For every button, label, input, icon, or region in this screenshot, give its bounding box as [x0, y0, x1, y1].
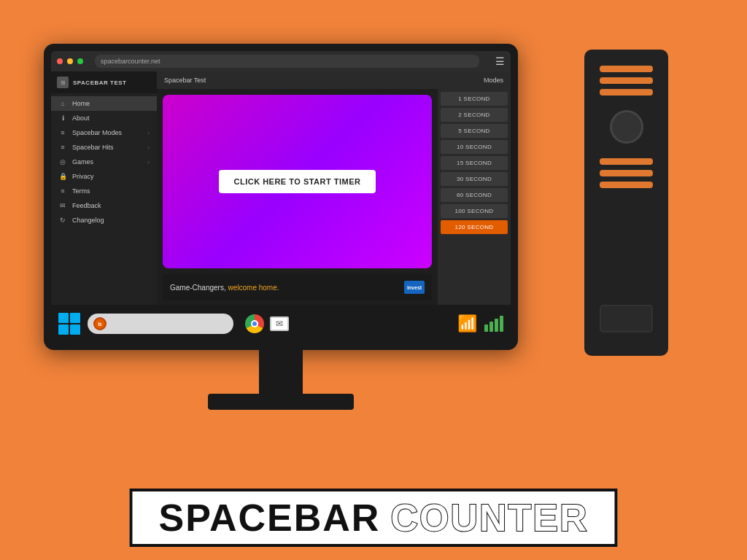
win-pane-3: [58, 324, 69, 335]
mode-btn-5-second[interactable]: 5 SECOND: [441, 124, 508, 138]
nav-icon: 🔒: [58, 173, 67, 180]
hamburger-icon[interactable]: ☰: [495, 55, 505, 67]
main-area: Spacebar Test Modes CLICK HERE TO START …: [157, 71, 511, 305]
ad-text: Game-Changers, welcome home.: [170, 284, 279, 292]
chrome-inner: [251, 320, 258, 327]
tower-disc-drive: [610, 110, 643, 144]
taskbar-right: 📶: [457, 314, 503, 333]
sidebar-item-spacebar-hits[interactable]: ≡ Spacebar Hits ›: [51, 140, 157, 155]
mode-btn-1-second[interactable]: 1 SECOND: [441, 92, 508, 106]
desktop-tower: [584, 50, 668, 356]
tower-vent-5: [600, 170, 653, 176]
nav-label: Spacebar Hits: [72, 144, 114, 151]
sidebar-item-terms[interactable]: ≡ Terms: [51, 184, 157, 198]
nav-icon: ≡: [58, 144, 67, 151]
battery-icon: [484, 316, 503, 332]
tower-vent-6: [600, 182, 653, 188]
main-body: CLICK HERE TO START TIMER Game-Changers,…: [157, 89, 511, 305]
nav-label: Changelog: [72, 217, 104, 224]
mail-icon[interactable]: ✉: [270, 316, 289, 331]
sidebar-item-spacebar-modes[interactable]: ≡ Spacebar Modes ›: [51, 125, 157, 140]
browser-topbar: spacebarcounter.net ☰: [51, 51, 511, 71]
tower-vents-top: [600, 66, 653, 96]
nav-arrow-icon: ›: [147, 130, 150, 136]
wifi-icon: 📶: [457, 314, 477, 333]
ad-highlight-text: welcome home.: [228, 284, 279, 292]
main-header: Spacebar Test Modes: [157, 71, 511, 89]
win-pane-1: [58, 313, 69, 323]
tower-vent-4: [600, 158, 653, 165]
nav-icon: ℹ: [58, 114, 67, 122]
tower-vent-3: [600, 89, 653, 96]
nav-label: Home: [72, 100, 90, 107]
nav-arrow-icon: ›: [147, 144, 150, 151]
ad-logo-text: invest: [407, 285, 422, 290]
url-text: spacebarcounter.net: [101, 58, 160, 65]
sidebar-item-feedback[interactable]: ✉ Feedback: [51, 198, 157, 213]
taskbar-icons: ✉: [245, 314, 289, 333]
mode-btn-30-second[interactable]: 30 SECOND: [441, 172, 508, 186]
ad-banner: Game-Changers, welcome home. invest: [163, 274, 432, 300]
mode-btn-60-second[interactable]: 60 SECOND: [441, 188, 508, 202]
nav-label: About: [72, 114, 90, 122]
windows-icon[interactable]: [58, 313, 80, 335]
sidebar-nav: ⌂ Home ℹ About ≡ Spacebar Modes › ≡ Spac…: [51, 93, 157, 305]
nav-label: Terms: [72, 187, 90, 195]
sidebar-app-name: SPACEBAR TEST: [73, 79, 126, 86]
title-counter: COUNTER: [390, 496, 588, 540]
sidebar: ⊞ SPACEBAR TEST ⌂ Home ℹ About ≡ Spaceba…: [51, 71, 157, 305]
game-canvas[interactable]: CLICK HERE TO START TIMER: [163, 95, 432, 268]
main-header-modes: Modes: [484, 77, 503, 84]
ad-logo: invest: [404, 281, 425, 294]
tower-vent-2: [600, 77, 653, 84]
dot-yellow: [67, 58, 73, 64]
bottom-title: SPACEBAR COUNTER: [129, 489, 617, 547]
taskbar: b ✉ 📶: [51, 305, 511, 343]
nav-icon: ⌂: [58, 100, 67, 107]
search-circle-icon: b: [93, 317, 107, 330]
win-pane-4: [70, 324, 80, 335]
nav-label: Privacy: [72, 173, 94, 180]
tower-vent-1: [600, 66, 653, 72]
monitor-outer: spacebarcounter.net ☰ ⊞ SPACEBAR TEST ⌂: [44, 44, 518, 350]
monitor-stand-neck: [259, 350, 303, 394]
nav-label: Spacebar Modes: [72, 129, 122, 136]
mode-btn-100-second[interactable]: 100 SECOND: [441, 204, 508, 218]
title-spacebar: SPACEBAR: [158, 496, 380, 540]
game-area: CLICK HERE TO START TIMER Game-Changers,…: [157, 89, 438, 305]
tower-vents-mid: [600, 158, 653, 188]
win-pane-2: [70, 313, 80, 323]
sidebar-item-home[interactable]: ⌂ Home: [51, 96, 157, 111]
dot-green: [77, 58, 83, 64]
browser-url-bar[interactable]: spacebarcounter.net: [95, 55, 479, 68]
browser-content: ⊞ SPACEBAR TEST ⌂ Home ℹ About ≡ Spaceba…: [51, 71, 511, 305]
nav-icon: ✉: [58, 202, 67, 209]
search-bar[interactable]: b: [88, 314, 233, 334]
mode-btn-15-second[interactable]: 15 SECOND: [441, 156, 508, 170]
nav-arrow-icon: ›: [147, 159, 150, 166]
mode-btn-10-second[interactable]: 10 SECOND: [441, 140, 508, 154]
nav-icon: ≡: [58, 187, 67, 195]
sidebar-header: ⊞ SPACEBAR TEST: [51, 71, 157, 93]
modes-panel: 1 SECOND2 SECOND5 SECOND10 SECOND15 SECO…: [438, 89, 511, 305]
ad-normal-text: Game-Changers,: [170, 284, 226, 292]
battery-bar-3: [495, 319, 498, 332]
sidebar-item-privacy[interactable]: 🔒 Privacy: [51, 169, 157, 184]
nav-label: Feedback: [72, 202, 101, 209]
nav-icon: ◎: [58, 158, 67, 166]
monitor-stand-base: [208, 394, 354, 410]
sidebar-item-games[interactable]: ◎ Games ›: [51, 155, 157, 169]
start-timer-button[interactable]: CLICK HERE TO START TIMER: [219, 170, 375, 193]
sidebar-logo: ⊞: [57, 77, 69, 88]
nav-icon: ↻: [58, 217, 67, 224]
chrome-icon[interactable]: [245, 314, 264, 333]
battery-bar-1: [484, 324, 488, 332]
mode-btn-2-second[interactable]: 2 SECOND: [441, 108, 508, 122]
main-header-title: Spacebar Test: [164, 77, 206, 84]
sidebar-item-about[interactable]: ℹ About: [51, 111, 157, 125]
monitor-wrap: spacebarcounter.net ☰ ⊞ SPACEBAR TEST ⌂: [44, 44, 518, 410]
sidebar-item-changelog[interactable]: ↻ Changelog: [51, 213, 157, 228]
monitor-screen: spacebarcounter.net ☰ ⊞ SPACEBAR TEST ⌂: [51, 51, 511, 343]
mode-btn-120-second[interactable]: 120 SECOND: [441, 220, 508, 234]
tower-drive-bay: [600, 305, 653, 332]
